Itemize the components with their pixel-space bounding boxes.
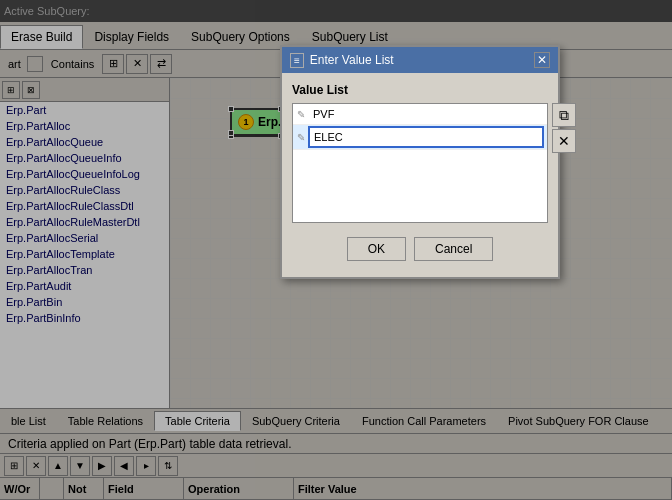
enter-value-list-dialog: ≡ Enter Value List ✕ Value List ✎ PVF ✎ — [280, 45, 560, 279]
value-input-1[interactable] — [309, 127, 543, 147]
dialog-body: Value List ✎ PVF ✎ ⧉ ✕ — [282, 73, 558, 277]
pencil-icon-0: ✎ — [297, 109, 305, 120]
dialog-title-area: ≡ Enter Value List — [290, 53, 394, 68]
dialog-titlebar: ≡ Enter Value List ✕ — [282, 47, 558, 73]
dialog-title-text: Enter Value List — [310, 53, 394, 67]
ok-button[interactable]: OK — [347, 237, 406, 261]
value-list: ✎ PVF ✎ — [292, 103, 548, 223]
dialog-icon: ≡ — [290, 53, 304, 68]
value-text-0: PVF — [309, 106, 543, 122]
value-row-1[interactable]: ✎ — [293, 125, 547, 150]
dialog-overlay: ≡ Enter Value List ✕ Value List ✎ PVF ✎ — [0, 0, 672, 500]
delete-button[interactable]: ✕ — [552, 129, 576, 153]
pencil-icon-1: ✎ — [297, 132, 305, 143]
dialog-close-button[interactable]: ✕ — [534, 52, 550, 68]
side-buttons: ⧉ ✕ — [552, 103, 576, 153]
value-list-container: ✎ PVF ✎ ⧉ ✕ — [292, 103, 548, 223]
value-row-0[interactable]: ✎ PVF — [293, 104, 547, 125]
copy-button[interactable]: ⧉ — [552, 103, 576, 127]
dialog-buttons: OK Cancel — [292, 231, 548, 267]
value-list-label: Value List — [292, 83, 548, 97]
cancel-button[interactable]: Cancel — [414, 237, 493, 261]
